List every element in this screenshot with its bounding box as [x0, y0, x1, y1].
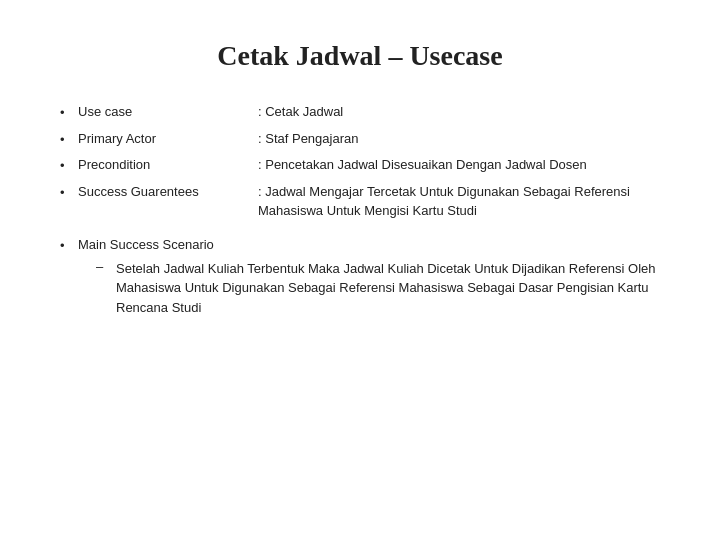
- sub-dash: –: [96, 259, 116, 274]
- slide: Cetak Jadwal – Usecase • Use case : Ceta…: [0, 0, 720, 540]
- bullet-content-1: Use case : Cetak Jadwal: [78, 102, 660, 122]
- bullet-label-1: Use case: [78, 102, 258, 122]
- bullet-content-4: Success Guarentees : Jadwal Mengajar Ter…: [78, 182, 660, 221]
- bullet-dot-3: •: [60, 156, 78, 176]
- main-scenario-item: • Main Success Scenario: [60, 237, 660, 253]
- bullet-dot-5: •: [60, 238, 78, 253]
- list-item: • Use case : Cetak Jadwal: [60, 102, 660, 123]
- list-item: • Primary Actor : Staf Pengajaran: [60, 129, 660, 150]
- bullet-content-2: Primary Actor : Staf Pengajaran: [78, 129, 660, 149]
- bullet-value-2: : Staf Pengajaran: [258, 129, 660, 149]
- list-item: • Precondition : Pencetakan Jadwal Dises…: [60, 155, 660, 176]
- bullet-value-1: : Cetak Jadwal: [258, 102, 660, 122]
- list-item: • Success Guarentees : Jadwal Mengajar T…: [60, 182, 660, 221]
- slide-title: Cetak Jadwal – Usecase: [60, 40, 660, 72]
- bullet-label-2: Primary Actor: [78, 129, 258, 149]
- bullet-label-3: Precondition: [78, 155, 258, 175]
- bullet-dot-4: •: [60, 183, 78, 203]
- bullet-list: • Use case : Cetak Jadwal • Primary Acto…: [60, 102, 660, 227]
- bullet-dot-2: •: [60, 130, 78, 150]
- bullet-value-3: : Pencetakan Jadwal Disesuaikan Dengan J…: [258, 155, 660, 175]
- bullet-value-4: : Jadwal Mengajar Tercetak Untuk Digunak…: [258, 182, 660, 221]
- bullet-dot-1: •: [60, 103, 78, 123]
- content-area: • Use case : Cetak Jadwal • Primary Acto…: [60, 102, 660, 317]
- bullet-label-4: Success Guarentees: [78, 182, 258, 221]
- bullet-content-3: Precondition : Pencetakan Jadwal Disesua…: [78, 155, 660, 175]
- sub-item: – Setelah Jadwal Kuliah Terbentuk Maka J…: [96, 259, 660, 318]
- main-scenario-label: Main Success Scenario: [78, 237, 214, 252]
- sub-text: Setelah Jadwal Kuliah Terbentuk Maka Jad…: [116, 259, 660, 318]
